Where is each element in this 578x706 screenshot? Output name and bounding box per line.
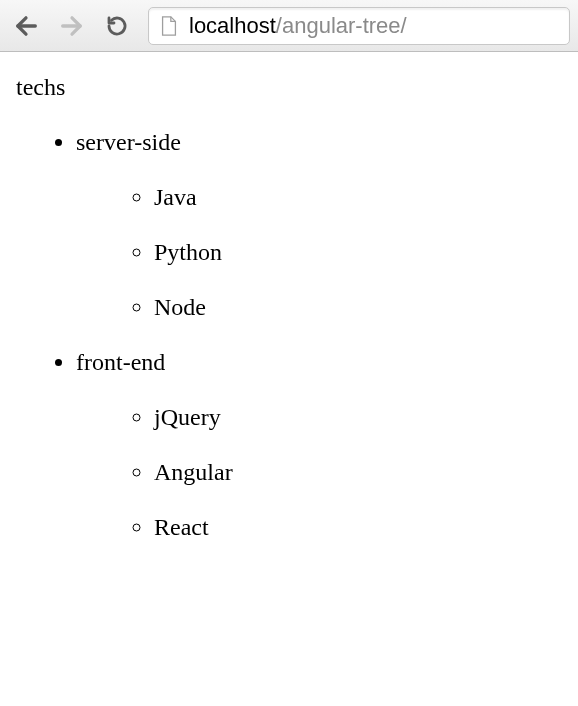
tree-leaf-label: React [154,514,209,540]
tree-leaf-label: Python [154,239,222,265]
arrow-right-icon [58,12,86,40]
tree-root-label: techs [16,74,562,101]
tree-leaf: Angular [154,459,562,486]
tree-leaf: Node [154,294,562,321]
tree-level-2: jQuery Angular React [76,404,562,541]
back-button[interactable] [4,4,48,48]
tree-leaf-label: Node [154,294,206,320]
forward-button[interactable] [50,4,94,48]
tree-node: server-side Java Python Node [76,129,562,321]
tree-leaf-label: Java [154,184,197,210]
tree-node: front-end jQuery Angular React [76,349,562,541]
tree-leaf-label: Angular [154,459,233,485]
tree-leaf: Java [154,184,562,211]
tree-leaf: React [154,514,562,541]
tree-leaf: Python [154,239,562,266]
tree-level-1: server-side Java Python Node front-end j… [16,129,562,541]
page-icon [159,15,179,37]
page-content: techs server-side Java Python Node front… [0,52,578,591]
tree-node-label: server-side [76,129,181,156]
tree-node-label: front-end [76,349,165,376]
reload-icon [105,14,129,38]
url-host: localhost [189,13,276,38]
address-bar[interactable]: localhost/angular-tree/ [148,7,570,45]
address-text: localhost/angular-tree/ [189,13,407,39]
tree-leaf-label: jQuery [154,404,221,430]
reload-button[interactable] [96,4,138,48]
url-path: /angular-tree/ [276,13,407,38]
arrow-left-icon [12,12,40,40]
tree-level-2: Java Python Node [76,184,562,321]
browser-toolbar: localhost/angular-tree/ [0,0,578,52]
tree-leaf: jQuery [154,404,562,431]
